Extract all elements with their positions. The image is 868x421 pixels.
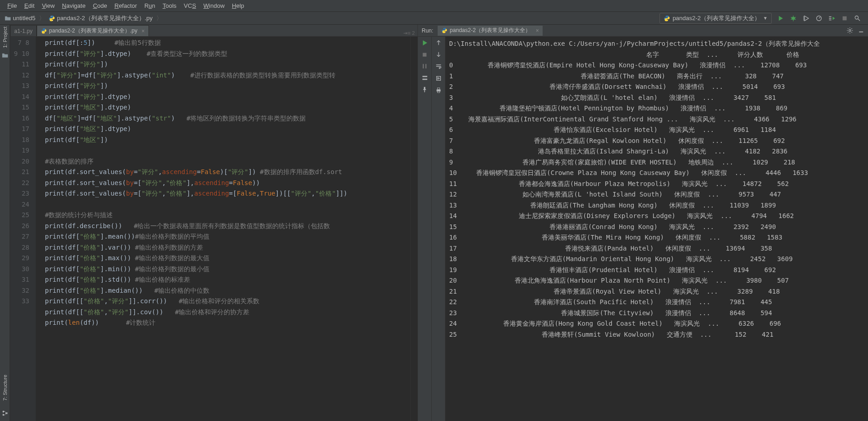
run-label: Run: [422,27,433,34]
menu-window[interactable]: Window [200,1,228,11]
svg-rect-16 [437,88,439,90]
attach-button[interactable] [828,14,836,22]
line-gutter: 7 8 9 10 11 12 13 14 15 16 17 18 19 20 2… [10,37,36,421]
breadcrumb: untitled5 〉 pandas2-2（列表常见操作大全）.py 〉 [3,13,162,23]
layout-button[interactable] [422,75,428,81]
folder-icon [5,15,11,22]
menu-run[interactable]: Run [141,1,159,11]
svg-point-9 [849,29,851,31]
main-content: 1: Project 7: Structure a1-1.py pandas2-… [0,25,868,421]
run-header: Run: pandas2-2（列表常见操作大全） × [418,25,868,37]
svg-rect-13 [422,76,427,77]
breadcrumb-separator-end: 〉 [156,14,162,22]
editor-info[interactable]: ⇥≡ 2 [401,30,418,36]
svg-point-5 [855,16,858,19]
minimap[interactable] [410,37,418,421]
pause-button[interactable] [422,63,428,69]
tab-label: a1-1.py [14,28,33,34]
left-tool-stripe: 1: Project 7: Structure [0,25,10,421]
coverage-button[interactable] [802,14,810,22]
toolbar-right: pandas2-2（列表常见操作大全） ▼ [659,13,865,24]
scroll-end-icon[interactable] [435,75,442,82]
project-name: untitled5 [13,15,35,22]
run-pane: Run: pandas2-2（列表常见操作大全） × [418,25,868,421]
run-left-toolbar2 [432,37,445,421]
breadcrumb-separator: 〉 [39,14,45,22]
soft-wrap-icon[interactable] [435,63,442,70]
python-file-icon [441,27,447,33]
menubar: File Edit View Navigate Code Refactor Ru… [0,0,868,12]
run-config-selector[interactable]: pandas2-2（列表常见操作大全） ▼ [659,13,772,24]
svg-point-0 [51,16,51,16]
folder-icon [2,52,8,59]
menu-tools[interactable]: Tools [159,1,180,11]
pin-button[interactable] [422,87,428,93]
svg-rect-4 [843,16,847,20]
down-icon[interactable] [435,51,442,58]
stop-button[interactable] [422,52,428,58]
python-file-icon [49,15,55,22]
menu-vcs[interactable]: VCS [180,1,200,11]
svg-rect-8 [5,412,7,414]
menu-refactor[interactable]: Refactor [111,1,141,11]
svg-rect-14 [422,79,427,80]
svg-rect-12 [425,64,426,69]
console-output[interactable]: D:\Install\ANACONDA\python.exe C:/Users/… [445,37,868,421]
profile-button[interactable] [815,14,823,22]
tab-a1-1[interactable]: a1-1.py [10,25,37,36]
svg-point-2 [792,16,795,20]
menu-edit[interactable]: Edit [21,1,38,11]
breadcrumb-file[interactable]: pandas2-2（列表常见操作大全）.py [47,13,154,23]
menu-help[interactable]: Help [228,1,248,11]
close-icon[interactable]: × [536,27,539,34]
run-left-toolbar [418,37,432,421]
python-file-icon [41,28,47,34]
python-file-icon [664,15,670,22]
tool-window-project[interactable]: 1: Project [2,27,8,48]
menu-view[interactable]: View [38,1,58,11]
rerun-button[interactable] [421,39,428,46]
svg-rect-7 [2,414,4,416]
search-button[interactable] [853,14,862,22]
debug-button[interactable] [789,14,797,22]
code-content[interactable]: print(df[:5]) #输出前5行数据 print(df["评分"].dt… [36,37,410,421]
run-tab-label: pandas2-2（列表常见操作大全） [450,27,531,34]
breadcrumb-project[interactable]: untitled5 [3,14,37,22]
run-button[interactable] [776,14,785,22]
chevron-down-icon: ▼ [763,16,768,21]
menu-navigate[interactable]: Navigate [58,1,89,11]
run-tab[interactable]: pandas2-2（列表常见操作大全） × [438,26,543,36]
svg-rect-10 [423,53,426,56]
code-editor[interactable]: 7 8 9 10 11 12 13 14 15 16 17 18 19 20 2… [10,37,418,421]
up-icon[interactable] [435,39,442,46]
tab-pandas2-2[interactable]: pandas2-2（列表常见操作大全）.py × [37,25,149,36]
run-config-name: pandas2-2（列表常见操作大全） [673,14,760,22]
print-icon[interactable] [435,87,442,93]
structure-icon [2,410,8,416]
file-name: pandas2-2（列表常见操作大全）.py [57,14,153,22]
svg-rect-6 [2,411,4,413]
svg-rect-11 [423,64,423,69]
run-body: D:\Install\ANACONDA\python.exe C:/Users/… [418,37,868,421]
menu-file[interactable]: File [4,1,21,11]
editor-pane: a1-1.py pandas2-2（列表常见操作大全）.py × ⇥≡ 2 7 … [10,25,418,421]
minimize-icon[interactable] [858,27,864,34]
stop-button[interactable] [841,14,849,22]
close-icon[interactable]: × [142,28,145,34]
svg-point-1 [52,20,53,20]
gear-icon[interactable] [846,27,853,34]
navbar: untitled5 〉 pandas2-2（列表常见操作大全）.py 〉 pan… [0,12,868,25]
menu-code[interactable]: Code [89,1,111,11]
tab-label: pandas2-2（列表常见操作大全）.py [49,27,137,35]
tool-window-structure[interactable]: 7: Structure [2,375,8,401]
editor-tabbar: a1-1.py pandas2-2（列表常见操作大全）.py × ⇥≡ 2 [10,25,418,37]
